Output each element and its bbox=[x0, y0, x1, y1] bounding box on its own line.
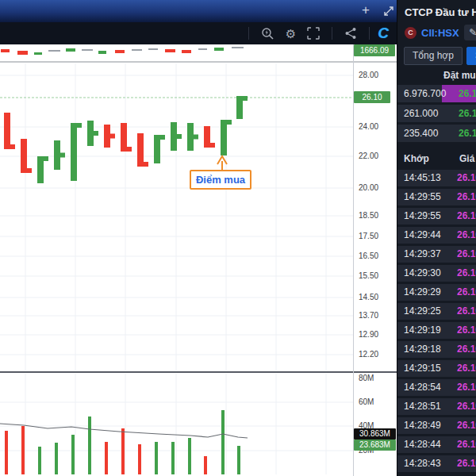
price-axis[interactable]: 28.0024.0022.0020.0018.5017.5016.5015.50… bbox=[353, 44, 397, 476]
trade-time: 14:29:25 bbox=[404, 303, 441, 320]
trade-price: 26.10 bbox=[457, 246, 476, 263]
trade-time: 14:29:19 bbox=[404, 322, 441, 339]
trade-time: 14:28:51 bbox=[404, 398, 441, 415]
price-axis-label: 17.50 bbox=[359, 232, 378, 241]
volume-axis-label: 80M bbox=[359, 374, 374, 383]
trade-row: 14:28:5126.10 bbox=[397, 398, 476, 415]
panel-tabs: Tổng hợp Sổ khớp bbox=[404, 47, 476, 65]
trade-time: 14:29:30 bbox=[404, 265, 441, 282]
order-book-row[interactable]: 261.000 26.10 bbox=[397, 105, 476, 122]
order-qty: 6.976.700 bbox=[404, 85, 446, 102]
trade-time: 14:29:18 bbox=[404, 341, 441, 358]
overview-value-badge: 1666.09 bbox=[354, 44, 395, 56]
trade-time: 14:29:55 bbox=[404, 189, 441, 205]
trade-time: 14:29:37 bbox=[404, 246, 441, 263]
trade-time: 14:28:54 bbox=[404, 379, 441, 396]
trade-price: 26.10 bbox=[457, 455, 476, 472]
trade-time: 14:29:15 bbox=[404, 360, 441, 377]
trade-row: 14:29:1826.10 bbox=[397, 341, 476, 358]
order-price: 26.10 bbox=[459, 125, 476, 142]
trade-price: 26.10 bbox=[457, 208, 476, 225]
trades-time-column-header: Khớp bbox=[404, 153, 429, 164]
order-book-row[interactable]: 235.400 26.10 bbox=[397, 125, 476, 142]
trading-workspace: + ⚙ C bbox=[0, 0, 476, 476]
buy-column-header: Đặt mua bbox=[443, 70, 476, 81]
trade-price: 26.10 bbox=[457, 322, 476, 339]
trade-price: 26.10 bbox=[457, 227, 476, 244]
trade-price: 26.10 bbox=[457, 189, 476, 205]
trade-row: 14:28:5426.10 bbox=[397, 379, 476, 396]
symbol-row: C CII:HSX ✎ bbox=[405, 25, 476, 40]
trade-row: 14:45:1326.10 bbox=[397, 170, 476, 186]
trade-row: 14:29:3726.10 bbox=[397, 246, 476, 263]
trade-row: 14:29:5526.10 bbox=[397, 189, 476, 205]
order-qty: 235.400 bbox=[404, 125, 438, 142]
trade-row: 14:29:2926.10 bbox=[397, 284, 476, 301]
price-axis-label: 15.50 bbox=[359, 271, 378, 281]
price-axis-label: 12.90 bbox=[359, 330, 378, 340]
price-axis-label: 14.50 bbox=[359, 293, 378, 302]
trade-row: 14:29:1926.10 bbox=[397, 322, 476, 339]
trade-row: 14:28:4426.10 bbox=[397, 436, 476, 453]
trade-price: 26.10 bbox=[457, 398, 476, 415]
tab-tong-hop[interactable]: Tổng hợp bbox=[404, 47, 463, 65]
trade-row: 14:29:2526.10 bbox=[397, 303, 476, 320]
price-axis-label: 13.70 bbox=[359, 311, 378, 321]
trade-price: 26.10 bbox=[457, 436, 476, 453]
trade-time: 14:28:49 bbox=[404, 417, 441, 434]
company-title: CTCP Đầu tư Hạ bbox=[405, 6, 476, 18]
price-axis-label: 18.50 bbox=[359, 211, 378, 221]
trades-header: Khớp Giá bbox=[397, 153, 476, 169]
trade-price: 26.10 bbox=[457, 284, 476, 301]
buy-point-annotation[interactable]: Điểm mua bbox=[190, 170, 251, 190]
chart-area[interactable]: 28.0024.0022.0020.0018.5017.5016.5015.50… bbox=[0, 44, 397, 476]
price-axis-label: 28.00 bbox=[359, 71, 378, 80]
order-price: 26.10 bbox=[459, 105, 476, 122]
trade-time: 14:29:44 bbox=[404, 227, 441, 244]
trade-row: 14:29:1526.10 bbox=[397, 360, 476, 377]
price-axis-label: 24.00 bbox=[359, 122, 378, 132]
trade-time: 14:28:43 bbox=[404, 455, 441, 472]
volume-ma-badge: 30.863M bbox=[354, 428, 396, 440]
symbol-info-panel: CTCP Đầu tư Hạ C CII:HSX ✎ Tổng hợp Sổ k… bbox=[397, 0, 476, 476]
order-book: Đặt mua 6.976.700 26.10 261.000 26.10 23… bbox=[397, 70, 476, 144]
price-axis-label: 22.00 bbox=[359, 152, 378, 161]
trade-price: 26.10 bbox=[457, 303, 476, 320]
trade-price: 26.10 bbox=[457, 360, 476, 377]
trade-row: 14:29:5526.10 bbox=[397, 208, 476, 225]
volume-value-badge: 23.683M bbox=[354, 440, 396, 451]
edit-symbol-button[interactable]: ✎ bbox=[464, 25, 476, 40]
order-book-header: Đặt mua bbox=[397, 70, 476, 85]
current-price-badge: 26.10 bbox=[354, 91, 390, 103]
trade-price: 26.10 bbox=[457, 341, 476, 358]
trade-price: 26.10 bbox=[457, 170, 476, 186]
price-axis-label: 12.20 bbox=[359, 350, 378, 359]
candlestick-chart bbox=[0, 0, 397, 476]
trade-row: 14:28:4926.10 bbox=[397, 417, 476, 434]
company-logo-icon: C bbox=[405, 27, 416, 39]
order-book-row[interactable]: 6.976.700 26.10 bbox=[397, 85, 476, 102]
trade-row: 14:29:3026.10 bbox=[397, 265, 476, 282]
trade-price: 26.10 bbox=[457, 379, 476, 396]
trade-row: 14:29:4426.10 bbox=[397, 227, 476, 244]
volume-axis-label: 60M bbox=[359, 397, 374, 407]
order-qty: 261.000 bbox=[404, 105, 438, 122]
symbol-ticker[interactable]: CII:HSX bbox=[421, 27, 459, 39]
trade-time: 14:45:13 bbox=[404, 170, 441, 186]
price-axis-label: 16.50 bbox=[359, 251, 378, 261]
trade-time: 14:29:55 bbox=[404, 208, 441, 225]
pencil-icon: ✎ bbox=[469, 27, 476, 38]
trade-price: 26.10 bbox=[457, 265, 476, 282]
tab-so-khop[interactable]: Sổ khớp bbox=[466, 47, 476, 65]
price-axis-label: 20.00 bbox=[359, 183, 378, 193]
trades-list[interactable]: 14:45:1326.1014:29:5526.1014:29:5526.101… bbox=[397, 170, 476, 476]
trade-row: 14:28:4326.10 bbox=[397, 455, 476, 472]
trades-price-column-header: Giá bbox=[459, 153, 474, 164]
trade-price: 26.10 bbox=[457, 417, 476, 434]
order-price: 26.10 bbox=[459, 85, 476, 102]
trade-time: 14:29:29 bbox=[404, 284, 441, 301]
trade-time: 14:28:44 bbox=[404, 436, 441, 453]
